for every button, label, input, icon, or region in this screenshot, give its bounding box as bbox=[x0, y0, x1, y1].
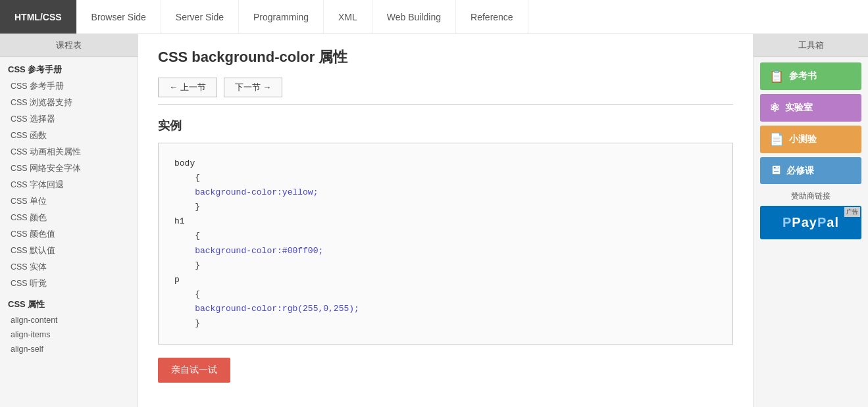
sidebar-link-align-self[interactable]: align-self bbox=[0, 342, 138, 356]
nav-buttons: ← 上一节 下一节 → bbox=[158, 78, 733, 97]
section-title: 实例 bbox=[158, 118, 733, 133]
sidebar-link-css-default[interactable]: CSS 默认值 bbox=[0, 243, 138, 259]
sidebar-link-align-items[interactable]: align-items bbox=[0, 327, 138, 342]
tool-label-lab: 实验室 bbox=[785, 102, 813, 114]
sidebar-header: 课程表 bbox=[0, 34, 138, 57]
sidebar-link-css-colorval[interactable]: CSS 颜色值 bbox=[0, 226, 138, 243]
quiz-icon: 📄 bbox=[769, 132, 784, 147]
sidebar-link-align-content[interactable]: align-content bbox=[0, 313, 138, 327]
nav-item-web-building[interactable]: Web Building bbox=[372, 0, 456, 34]
prev-button[interactable]: ← 上一节 bbox=[158, 78, 217, 97]
code-line-5: h1 bbox=[174, 216, 185, 226]
nav-item-programming[interactable]: Programming bbox=[239, 0, 324, 34]
sidebar-link-css-fontfallback[interactable]: CSS 字体回退 bbox=[0, 177, 138, 193]
course-icon: 🖥 bbox=[769, 164, 781, 178]
sidebar-link-css-entity[interactable]: CSS 实体 bbox=[0, 259, 138, 275]
code-box: body { background-color:yellow; } h1 { b… bbox=[158, 143, 733, 345]
right-panel: 工具箱 📋 参考书 ⚛ 实验室 📄 小测验 🖥 必修课 赞助商链接 广告 PPa… bbox=[753, 34, 868, 407]
sidebar-link-css-ref[interactable]: CSS 参考手册 bbox=[0, 78, 138, 95]
sidebar-section-title-css-ref: CSS 参考手册 bbox=[0, 57, 138, 78]
divider bbox=[158, 104, 733, 105]
nav-item-browser-side[interactable]: Browser Side bbox=[77, 0, 161, 34]
code-line-10: { bbox=[174, 289, 200, 299]
sidebar-section-title-css-prop: CSS 属性 bbox=[0, 292, 138, 313]
tool-label-quiz: 小测验 bbox=[789, 133, 817, 145]
paypal-box[interactable]: 广告 PPayPal bbox=[760, 206, 861, 239]
tool-btn-reference[interactable]: 📋 参考书 bbox=[760, 62, 861, 90]
sidebar-link-css-unit[interactable]: CSS 单位 bbox=[0, 193, 138, 210]
code-line-8: } bbox=[174, 260, 200, 270]
code-line-6: { bbox=[174, 231, 200, 241]
main-content: CSS background-color 属性 ← 上一节 下一节 → 实例 b… bbox=[138, 34, 753, 407]
sidebar-link-css-audio[interactable]: CSS 听觉 bbox=[0, 275, 138, 292]
nav-item-reference[interactable]: Reference bbox=[456, 0, 528, 34]
code-line-12: } bbox=[174, 318, 200, 328]
try-button[interactable]: 亲自试一试 bbox=[158, 358, 230, 383]
paypal-pp-icon: P bbox=[782, 215, 792, 229]
right-panel-header: 工具箱 bbox=[753, 34, 868, 57]
nav-item-xml[interactable]: XML bbox=[324, 0, 372, 34]
sponsor-label: 赞助商链接 bbox=[753, 191, 868, 202]
code-line-4: } bbox=[174, 202, 200, 212]
reference-icon: 📋 bbox=[769, 69, 784, 84]
code-line-2: { bbox=[174, 173, 200, 183]
tool-btn-quiz[interactable]: 📄 小测验 bbox=[760, 126, 861, 153]
code-line-1: body bbox=[174, 158, 195, 168]
code-line-9: p bbox=[174, 275, 180, 285]
sidebar: 课程表 CSS 参考手册 CSS 参考手册 CSS 浏览器支持 CSS 选择器 … bbox=[0, 34, 138, 407]
sidebar-link-css-browser[interactable]: CSS 浏览器支持 bbox=[0, 95, 138, 111]
page-title: CSS background-color 属性 bbox=[158, 47, 733, 67]
sidebar-link-css-func[interactable]: CSS 函数 bbox=[0, 128, 138, 144]
ad-badge: 广告 bbox=[844, 207, 860, 217]
next-button[interactable]: 下一节 → bbox=[224, 78, 283, 97]
tool-btn-course[interactable]: 🖥 必修课 bbox=[760, 157, 861, 184]
sidebar-link-css-webfont[interactable]: CSS 网络安全字体 bbox=[0, 160, 138, 177]
tool-label-reference: 参考书 bbox=[789, 70, 817, 82]
code-line-11: background-color:rgb(255,0,255); bbox=[174, 304, 359, 314]
sidebar-link-css-selector[interactable]: CSS 选择器 bbox=[0, 111, 138, 128]
nav-item-html-css[interactable]: HTML/CSS bbox=[0, 0, 77, 34]
sidebar-link-css-color[interactable]: CSS 颜色 bbox=[0, 210, 138, 226]
code-line-7: background-color:#00ff00; bbox=[174, 246, 323, 256]
sidebar-link-css-anim[interactable]: CSS 动画相关属性 bbox=[0, 144, 138, 160]
top-nav: HTML/CSS Browser Side Server Side Progra… bbox=[0, 0, 868, 34]
tool-btn-lab[interactable]: ⚛ 实验室 bbox=[760, 94, 861, 122]
code-line-3: background-color:yellow; bbox=[174, 187, 318, 197]
lab-icon: ⚛ bbox=[769, 101, 780, 115]
paypal-logo: PPayPal bbox=[767, 215, 855, 230]
nav-item-server-side[interactable]: Server Side bbox=[161, 0, 239, 34]
tool-label-course: 必修课 bbox=[786, 165, 814, 177]
layout: 课程表 CSS 参考手册 CSS 参考手册 CSS 浏览器支持 CSS 选择器 … bbox=[0, 34, 868, 407]
